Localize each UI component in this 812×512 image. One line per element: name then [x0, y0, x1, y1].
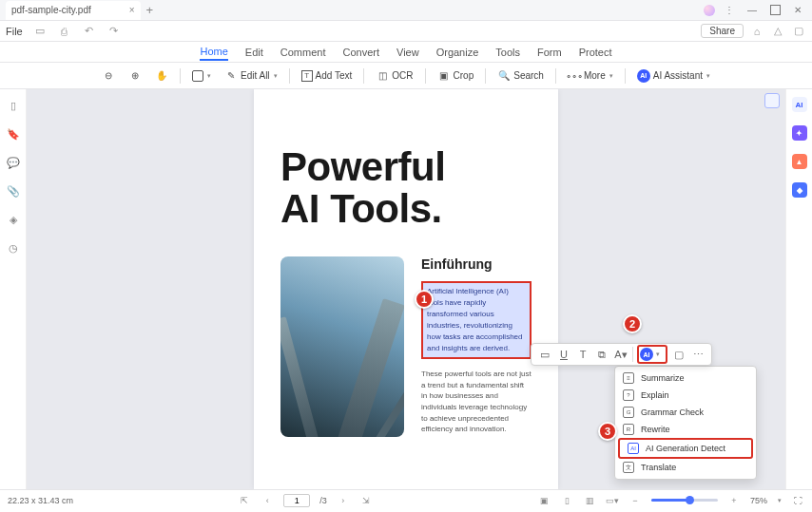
add-text-label: Add Text: [316, 70, 353, 81]
body-paragraph: These powerful tools are not just a tren…: [421, 369, 532, 435]
single-page-icon[interactable]: ▯: [560, 496, 573, 505]
menu-grammar-check[interactable]: GGrammar Check: [615, 404, 756, 421]
document-canvas[interactable]: Powerful AI Tools. Einführung Artificial…: [27, 89, 785, 489]
tab-convert[interactable]: Convert: [342, 45, 379, 60]
ai-assistant-button[interactable]: AIAI Assistant▾: [635, 69, 712, 83]
explain-icon: ?: [623, 389, 634, 401]
more-options-icon[interactable]: ⋯: [690, 347, 706, 362]
bell-icon[interactable]: △: [770, 24, 785, 39]
rewrite-icon: R: [623, 424, 634, 435]
search-button[interactable]: 🔍Search: [495, 69, 546, 83]
strikethrough-icon[interactable]: T: [575, 347, 590, 362]
panel-icon-4[interactable]: ◆: [792, 182, 807, 198]
tab-tools[interactable]: Tools: [495, 45, 520, 60]
main-menu: Home Edit Comment Convert View Organize …: [0, 42, 812, 63]
comments-icon[interactable]: 💬: [7, 156, 20, 169]
tab-form[interactable]: Form: [537, 45, 562, 60]
fullscreen-icon[interactable]: ⛶: [791, 496, 804, 505]
tab-view[interactable]: View: [396, 45, 419, 60]
zoom-slider[interactable]: [651, 499, 718, 502]
window-controls: ⋮ — ✕: [704, 2, 812, 19]
add-text-button[interactable]: TAdd Text: [300, 70, 355, 82]
crop-label: Crop: [454, 70, 474, 81]
ocr-label: OCR: [392, 70, 413, 81]
menu-summarize[interactable]: ≡Summarize: [615, 370, 756, 387]
search-label: Search: [513, 70, 544, 81]
print-icon[interactable]: ⎙: [57, 24, 72, 39]
hand-tool[interactable]: ✋: [153, 69, 170, 83]
tab-comment[interactable]: Comment: [280, 45, 326, 60]
quick-access-bar: File ▭ ⎙ ↶ ↷ Share ⌂ △ ▢: [0, 21, 812, 42]
copy-icon[interactable]: ⧉: [594, 347, 609, 362]
zoom-in-button[interactable]: ⊕: [126, 69, 144, 83]
maximize-button[interactable]: [764, 2, 785, 19]
more-button[interactable]: ∘∘∘More▾: [566, 69, 615, 83]
menu-translate[interactable]: 文Translate: [615, 459, 756, 476]
minimize-button[interactable]: —: [742, 2, 763, 19]
ai-panel-icon[interactable]: AI: [792, 97, 807, 112]
tab-organize[interactable]: Organize: [436, 45, 479, 60]
document-tab[interactable]: pdf-sample-city.pdf ×: [6, 1, 141, 20]
ai-menu-trigger[interactable]: AI▾: [637, 345, 667, 364]
highlight-icon[interactable]: ▭: [537, 347, 552, 362]
new-tab-button[interactable]: +: [146, 3, 154, 17]
app-icon-1[interactable]: ⌂: [749, 24, 764, 39]
underline-icon[interactable]: U: [556, 347, 571, 362]
save-icon[interactable]: ▭: [32, 24, 48, 39]
redo-icon[interactable]: ↷: [106, 24, 122, 39]
zoom-caret[interactable]: ▾: [778, 497, 782, 504]
title-line-1: Powerful: [280, 146, 532, 188]
zoom-out-sb[interactable]: −: [628, 496, 642, 505]
panel-icon-2[interactable]: ✦: [792, 125, 807, 141]
grammar-icon: G: [623, 407, 634, 418]
undo-icon[interactable]: ↶: [82, 24, 97, 39]
pin-icon[interactable]: ⋮: [719, 2, 740, 19]
share-button[interactable]: Share: [701, 24, 744, 38]
tab-edit[interactable]: Edit: [245, 45, 263, 60]
jump-first-icon[interactable]: ⇱: [238, 496, 251, 505]
selected-text-block[interactable]: Artificial Intelligence (AI) tools have …: [421, 281, 532, 359]
thumbnails-icon[interactable]: ▯: [7, 99, 20, 112]
continuous-icon[interactable]: ▥: [583, 496, 596, 505]
settings-icon[interactable]: ▢: [791, 24, 806, 39]
callout-badge-1: 1: [415, 290, 434, 309]
next-page-icon[interactable]: ›: [337, 496, 350, 505]
layers-icon[interactable]: ◈: [7, 213, 20, 226]
read-mode-icon[interactable]: ▭▾: [606, 496, 619, 505]
tab-protect[interactable]: Protect: [579, 45, 612, 60]
pdf-page: Powerful AI Tools. Einführung Artificial…: [254, 89, 558, 489]
zoom-out-button[interactable]: ⊖: [100, 69, 117, 83]
prev-page-icon[interactable]: ‹: [261, 496, 274, 505]
bookmarks-icon[interactable]: 🔖: [7, 127, 20, 141]
zoom-in-sb[interactable]: +: [727, 496, 741, 505]
crop-button[interactable]: ▣Crop: [435, 69, 476, 83]
anchor-icon[interactable]: [764, 93, 780, 108]
translate-icon: 文: [623, 462, 634, 473]
security-icon[interactable]: ◷: [7, 241, 20, 255]
export-icon[interactable]: ▢: [671, 347, 686, 362]
hero-image: [280, 256, 404, 437]
menu-rewrite[interactable]: RRewrite: [615, 421, 756, 438]
shape-tool[interactable]: ▾: [190, 70, 213, 82]
separator: [289, 68, 290, 84]
status-bar: 22.23 x 31.43 cm ⇱ ‹ /3 › ⇲ ▣ ▯ ▥ ▭▾ − +…: [0, 489, 812, 510]
tab-close-icon[interactable]: ×: [129, 5, 135, 15]
more-label: More: [584, 70, 606, 81]
menu-ai-generation-detect[interactable]: AIAI Generation Detect: [618, 438, 753, 459]
edit-all-button[interactable]: ✎Edit All▾: [222, 69, 280, 83]
page-number-input[interactable]: [283, 494, 310, 507]
close-window-button[interactable]: ✕: [787, 2, 808, 19]
jump-last-icon[interactable]: ⇲: [359, 496, 373, 505]
tab-home[interactable]: Home: [200, 44, 227, 61]
comment-icon[interactable]: A▾: [613, 347, 628, 362]
file-menu[interactable]: File: [6, 26, 23, 37]
menu-explain[interactable]: ?Explain: [615, 387, 756, 404]
separator: [425, 68, 426, 84]
callout-badge-3: 3: [598, 422, 617, 441]
fit-page-icon[interactable]: ▣: [537, 496, 551, 505]
separator: [632, 347, 633, 362]
edit-all-label: Edit All: [241, 70, 270, 81]
ocr-button[interactable]: ◫OCR: [374, 69, 415, 83]
panel-icon-3[interactable]: ▲: [792, 154, 807, 169]
attachments-icon[interactable]: 📎: [7, 184, 20, 198]
